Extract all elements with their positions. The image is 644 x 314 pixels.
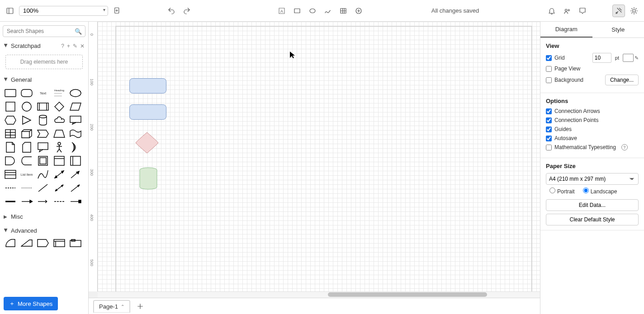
sidebar-toggle-button[interactable]	[4, 5, 16, 17]
shape-triangle[interactable]	[20, 115, 33, 126]
shape-list-item[interactable]: List Item	[20, 169, 33, 180]
more-shapes-button[interactable]: ＋ More Shapes	[4, 297, 58, 310]
horizontal-scrollbar[interactable]	[98, 291, 540, 298]
page-view-checkbox[interactable]: Page View	[546, 66, 580, 72]
shape-step[interactable]	[36, 128, 50, 139]
rectangle-tool-button[interactable]	[291, 5, 303, 17]
help-icon[interactable]: ?	[621, 144, 628, 150]
shape-list[interactable]	[4, 169, 17, 180]
shape-thick-line[interactable]	[4, 196, 17, 207]
grid-color-swatch[interactable]	[623, 54, 634, 62]
shape-bidir-arrow[interactable]	[52, 169, 66, 180]
autosave-checkbox[interactable]: Autosave	[546, 135, 577, 141]
shape-conn-2[interactable]	[36, 196, 50, 207]
drawing-canvas[interactable]	[98, 22, 540, 291]
misc-category-header[interactable]: ▶ Misc	[0, 210, 88, 224]
add-page-button[interactable]	[134, 300, 147, 313]
tab-diagram[interactable]: Diagram	[540, 22, 592, 37]
add-icon[interactable]: +	[67, 43, 70, 49]
shape-cloud[interactable]	[52, 115, 66, 126]
close-icon[interactable]: ✕	[80, 43, 85, 49]
scratchpad-header[interactable]: ▶ Scratchpad ? + ✎ ✕	[0, 41, 88, 51]
tab-style[interactable]: Style	[592, 22, 644, 37]
shape-adv-4[interactable]	[52, 238, 66, 248]
shape-frame-h[interactable]	[52, 155, 66, 166]
paper-size-select[interactable]: A4 (210 mm x 297 mm)	[546, 173, 639, 185]
shape-conn-1[interactable]	[20, 196, 33, 207]
grid-checkbox[interactable]: Grid	[546, 55, 565, 61]
shape-tape[interactable]	[69, 128, 82, 139]
clear-default-style-button[interactable]: Clear Default Style	[546, 214, 639, 225]
shape-parallelogram[interactable]	[69, 101, 82, 112]
scratchpad-dropzone[interactable]: Drag elements here	[5, 55, 83, 69]
canvas-rounded-rect[interactable]	[129, 104, 166, 121]
shape-cylinder[interactable]	[36, 115, 50, 126]
page-tab-1[interactable]: Page-1 ⌃	[93, 300, 130, 313]
table-tool-button[interactable]	[337, 5, 350, 17]
shape-dashed-line[interactable]	[4, 183, 17, 193]
shape-and[interactable]	[4, 155, 17, 166]
shape-datastore[interactable]	[20, 155, 33, 166]
scrollbar-thumb[interactable]	[328, 292, 487, 297]
math-checkbox[interactable]: Mathematical Typesetting	[546, 144, 616, 150]
conn-points-checkbox[interactable]: Connection Points	[546, 117, 598, 123]
guides-checkbox[interactable]: Guides	[546, 126, 572, 132]
shape-heading[interactable]: Heading────────	[52, 88, 66, 98]
shape-conn-3[interactable]	[52, 196, 66, 207]
zoom-in-button[interactable]	[111, 5, 123, 17]
general-category-header[interactable]: ▶ General	[0, 75, 88, 85]
shape-process[interactable]	[36, 101, 50, 112]
format-panel-toggle[interactable]	[612, 5, 625, 17]
shape-ellipse[interactable]	[69, 88, 82, 98]
edit-data-button[interactable]: Edit Data...	[546, 199, 639, 211]
grid-size-input[interactable]	[592, 53, 611, 63]
shape-note[interactable]	[4, 142, 17, 153]
share-button[interactable]	[561, 5, 573, 17]
pencil-icon[interactable]: ✎	[73, 43, 77, 49]
shape-container[interactable]	[36, 155, 50, 166]
shape-square[interactable]	[4, 101, 17, 112]
canvas-diamond[interactable]	[135, 132, 159, 155]
redo-button[interactable]	[180, 5, 193, 17]
canvas-cylinder[interactable]	[139, 167, 157, 191]
shape-actor[interactable]	[52, 142, 66, 153]
theme-toggle-button[interactable]	[628, 5, 640, 17]
shape-callout[interactable]	[69, 115, 82, 126]
ellipse-tool-button[interactable]	[306, 5, 319, 17]
shape-trapezoid[interactable]	[52, 128, 66, 139]
shape-adv-2[interactable]	[20, 238, 33, 248]
freehand-tool-button[interactable]	[322, 5, 334, 17]
change-background-button[interactable]: Change...	[605, 75, 639, 85]
undo-button[interactable]	[165, 5, 178, 17]
zoom-select[interactable]	[19, 6, 108, 16]
shape-cube[interactable]	[20, 128, 33, 139]
shape-circle[interactable]	[20, 101, 33, 112]
notifications-button[interactable]	[545, 5, 558, 17]
shape-text[interactable]: Text	[36, 88, 50, 98]
shape-or[interactable]	[69, 142, 82, 153]
shape-adv-1[interactable]	[4, 238, 17, 248]
landscape-radio[interactable]: Landscape	[583, 187, 617, 195]
shape-card[interactable]	[20, 142, 33, 153]
shape-dir-line[interactable]	[69, 183, 82, 193]
shape-diamond[interactable]	[52, 101, 66, 112]
shape-arrow[interactable]	[69, 169, 82, 180]
search-shapes-input[interactable]	[3, 25, 85, 37]
background-checkbox[interactable]: Background	[546, 77, 583, 83]
comments-button[interactable]	[576, 5, 589, 17]
insert-button[interactable]	[352, 5, 365, 17]
shape-frame-v[interactable]	[69, 155, 82, 166]
shape-dotted-line[interactable]	[20, 183, 33, 193]
shape-curve[interactable]	[36, 169, 50, 180]
canvas-rounded-rect[interactable]	[129, 78, 166, 95]
shape-adv-3[interactable]	[36, 238, 50, 248]
help-icon[interactable]: ?	[61, 43, 64, 49]
shape-line[interactable]	[36, 183, 50, 193]
shape-rounded-rect[interactable]	[20, 88, 33, 98]
shape-bidir-line[interactable]	[52, 183, 66, 193]
portrait-radio[interactable]: Portrait	[549, 187, 575, 195]
shape-table[interactable]	[4, 128, 17, 139]
conn-arrows-checkbox[interactable]: Connection Arrows	[546, 108, 600, 114]
shape-adv-5[interactable]	[69, 238, 82, 248]
advanced-category-header[interactable]: ▶ Advanced	[0, 224, 88, 238]
